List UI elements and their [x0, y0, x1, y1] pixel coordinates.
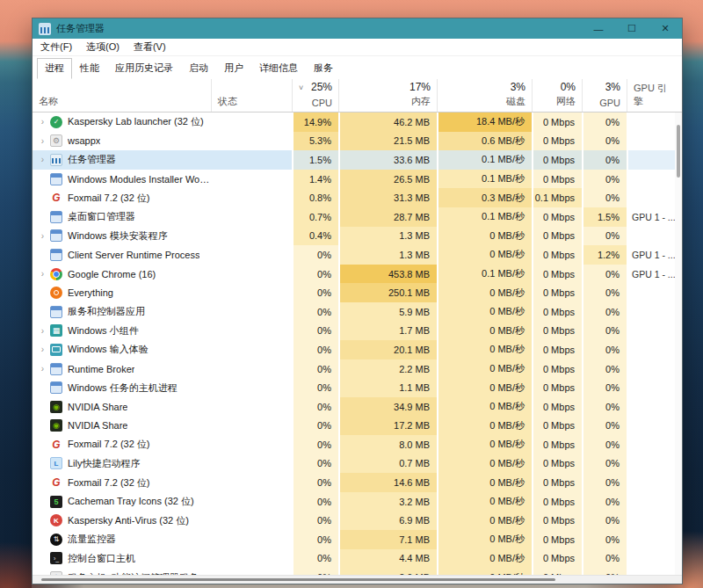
tab-details[interactable]: 详细信息 — [251, 58, 306, 79]
maximize-button[interactable]: ☐ — [615, 18, 649, 39]
status-cell — [211, 207, 292, 227]
gpu-engine-value — [627, 150, 675, 170]
menu-item-view[interactable]: 查看(V) — [134, 40, 166, 54]
gpu-value: 0% — [582, 283, 627, 302]
table-row[interactable]: 桌面窗口管理器0.7%28.7 MB0.1 MB/秒0 Mbps1.5%GPU … — [33, 207, 682, 227]
network-value: 0 Mbps — [532, 340, 582, 359]
expand-chevron-icon[interactable]: › — [37, 155, 48, 164]
disk-value: 0 MB/秒 — [437, 473, 532, 492]
table-row[interactable]: ›Windows 输入体验0%20.1 MB0 MB/秒0 Mbps0% — [33, 340, 682, 359]
table-row[interactable]: ›任务管理器1.5%33.6 MB0.1 MB/秒0 Mbps0% — [33, 150, 682, 170]
table-row[interactable]: ›Runtime Broker0%2.2 MB0 MB/秒0 Mbps0% — [33, 359, 682, 379]
table-row[interactable]: Lily快捷启动程序0%0.7 MB0 MB/秒0 Mbps0% — [33, 454, 682, 474]
table-row[interactable]: ›Windows 小组件0%1.7 MB0 MB/秒0 Mbps0% — [33, 322, 682, 341]
gpu-value: 0% — [582, 132, 627, 151]
table-row[interactable]: Windows 任务的主机进程0%1.1 MB0 MB/秒0 Mbps0% — [33, 378, 682, 397]
table-row[interactable]: Foxmail 7.2 (32 位)0.8%31.3 MB0.3 MB/秒0.1… — [33, 188, 682, 207]
gpu-engine-value — [627, 283, 675, 302]
memory-value: 3.2 MB — [338, 492, 437, 512]
tab-processes[interactable]: 进程 — [37, 58, 72, 79]
column-header-gpu-engine[interactable]: GPU 引擎 — [627, 79, 675, 112]
process-name: Client Server Runtime Process — [68, 250, 199, 260]
disk-value: 0.1 MB/秒 — [437, 150, 532, 170]
column-header-cpu[interactable]: ˅ 25% CPU — [292, 79, 338, 112]
table-row[interactable]: NVIDIA Share0%34.9 MB0 MB/秒0 Mbps0% — [33, 397, 682, 417]
column-header-status[interactable]: 状态 — [211, 79, 292, 112]
table-row[interactable]: 服务和控制器应用0%5.9 MB0 MB/秒0 Mbps0% — [33, 302, 682, 322]
horizontal-scrollbar[interactable] — [33, 575, 682, 584]
vertical-scrollbar[interactable] — [675, 113, 682, 575]
expand-chevron-icon[interactable]: › — [37, 345, 48, 354]
process-name: Windows 任务的主机进程 — [68, 381, 178, 395]
close-button[interactable]: ✕ — [649, 18, 682, 39]
table-row[interactable]: ›wsappx5.3%21.5 MB0.6 MB/秒0 Mbps0% — [33, 132, 682, 151]
tab-startup[interactable]: 启动 — [181, 58, 216, 79]
lily-icon — [50, 457, 62, 469]
column-header-disk[interactable]: 3% 磁盘 — [437, 79, 532, 112]
expand-chevron-icon[interactable]: › — [37, 136, 48, 146]
gpu-value: 0% — [582, 549, 627, 569]
process-name: Lily快捷启动程序 — [68, 457, 141, 470]
column-header-memory[interactable]: 17% 内存 — [338, 79, 437, 112]
tab-app-history[interactable]: 应用历史记录 — [107, 58, 181, 79]
process-name: 流量监控器 — [68, 533, 116, 546]
disk-value: 0 MB/秒 — [437, 397, 532, 417]
status-cell — [211, 397, 292, 417]
tabstrip: 进程 性能 应用历史记录 启动 用户 详细信息 服务 — [33, 56, 682, 79]
expand-chevron-icon[interactable]: › — [37, 326, 48, 336]
table-row[interactable]: NVIDIA Share0%17.2 MB0 MB/秒0 Mbps0% — [33, 417, 682, 436]
menu-item-options[interactable]: 选项(O) — [86, 40, 120, 54]
column-header-network[interactable]: 0% 网络 — [532, 79, 582, 112]
window-icon — [50, 229, 62, 242]
memory-value: 6.9 MB — [338, 511, 437, 530]
window-icon — [50, 173, 62, 185]
memory-value: 34.9 MB — [338, 397, 437, 417]
tab-users[interactable]: 用户 — [216, 58, 251, 79]
titlebar[interactable]: 任务管理器 — ☐ ✕ — [33, 18, 682, 39]
table-row[interactable]: Kaspersky Anti-Virus (32 位)0%6.9 MB0 MB/… — [33, 511, 682, 530]
disk-value: 18.4 MB/秒 — [437, 113, 532, 132]
table-row[interactable]: ›Kaspersky Lab launcher (32 位)14.9%46.2 … — [33, 113, 682, 132]
process-name: 控制台窗口主机 — [68, 552, 135, 565]
cpu-value: 0% — [292, 322, 338, 341]
column-header-gpu[interactable]: 3% GPU — [582, 79, 627, 112]
expand-chevron-icon[interactable]: › — [37, 269, 48, 279]
vertical-scrollbar-thumb[interactable] — [677, 125, 680, 178]
table-row[interactable]: Windows Modules Installer Worker1.4%26.5… — [33, 170, 682, 189]
status-cell — [211, 473, 292, 492]
tab-performance[interactable]: 性能 — [72, 58, 107, 79]
expand-chevron-icon[interactable]: › — [37, 364, 48, 374]
process-name-cell: ›Windows 输入体验 — [33, 340, 211, 359]
expand-chevron-icon[interactable]: › — [37, 231, 48, 241]
horizontal-scrollbar-thumb[interactable] — [41, 578, 555, 581]
menu-item-file[interactable]: 文件(F) — [40, 40, 72, 54]
nvidia-icon — [50, 401, 62, 413]
gpu-value: 0% — [582, 530, 627, 549]
memory-value: 33.6 MB — [338, 150, 437, 170]
cacheman-icon — [50, 496, 62, 508]
table-row[interactable]: ›Google Chrome (16)0%453.8 MB0.1 MB/秒0 M… — [33, 265, 682, 284]
table-row[interactable]: ›服务主机: 功能访问管理器服务0%2.0 MB0 MB/秒0 Mbps0% — [33, 568, 682, 575]
process-name-cell: Windows 任务的主机进程 — [33, 378, 211, 397]
memory-value: 17.2 MB — [338, 417, 437, 436]
tab-services[interactable]: 服务 — [306, 58, 341, 79]
table-row[interactable]: 控制台窗口主机0%4.4 MB0 MB/秒0 Mbps0% — [33, 549, 682, 569]
process-name: Cacheman Tray Icons (32 位) — [68, 495, 194, 508]
minimize-button[interactable]: — — [582, 18, 615, 39]
table-row[interactable]: Client Server Runtime Process0%1.3 MB0 M… — [33, 245, 682, 265]
table-row[interactable]: Foxmail 7.2 (32 位)0%14.6 MB0 MB/秒0 Mbps0… — [33, 473, 682, 492]
table-row[interactable]: Everything0%250.1 MB0 MB/秒0 Mbps0% — [33, 283, 682, 302]
expand-chevron-icon[interactable]: › — [37, 117, 48, 127]
process-name: Kaspersky Lab launcher (32 位) — [68, 115, 204, 128]
process-name-cell: Kaspersky Anti-Virus (32 位) — [33, 511, 211, 530]
table-row[interactable]: Cacheman Tray Icons (32 位)0%3.2 MB0 MB/秒… — [33, 492, 682, 512]
network-value: 0 Mbps — [532, 322, 582, 341]
gpu-engine-value — [627, 188, 675, 207]
column-header-name[interactable]: 名称 — [33, 79, 211, 112]
cpu-value: 0% — [292, 302, 338, 322]
process-name: Kaspersky Anti-Virus (32 位) — [68, 514, 189, 527]
status-cell — [211, 302, 292, 322]
table-row[interactable]: 流量监控器0%7.1 MB0 MB/秒0 Mbps0% — [33, 530, 682, 549]
table-row[interactable]: ›Windows 模块安装程序0.4%1.3 MB0 MB/秒0 Mbps0% — [33, 227, 682, 246]
table-row[interactable]: Foxmail 7.2 (32 位)0%8.0 MB0 MB/秒0 Mbps0% — [33, 435, 682, 454]
